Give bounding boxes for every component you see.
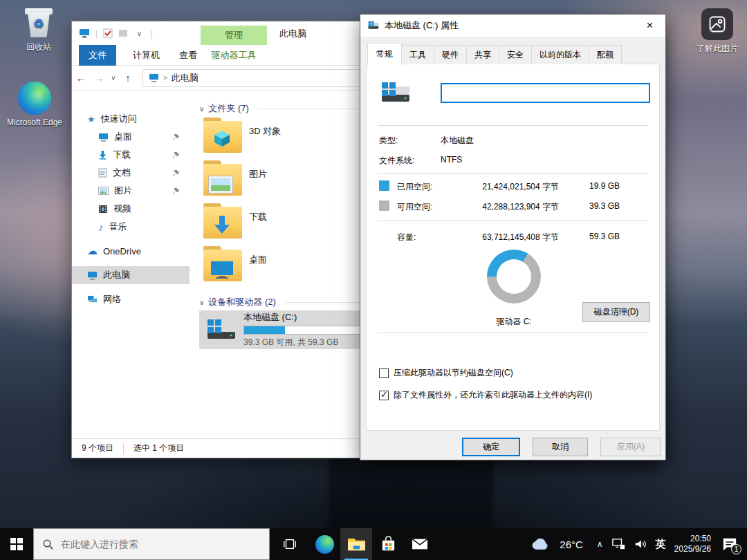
- start-button[interactable]: [0, 528, 33, 560]
- forward-button[interactable]: →: [90, 72, 108, 84]
- type-value: 本地磁盘: [441, 135, 474, 147]
- edge-label: Microsoft Edge: [0, 118, 69, 127]
- up-button[interactable]: ↑: [119, 72, 137, 84]
- sidebar-item-this-pc[interactable]: 此电脑: [72, 266, 190, 284]
- tab-drive-tools[interactable]: 驱动器工具: [201, 45, 267, 66]
- taskbar-store[interactable]: [372, 528, 404, 560]
- desktop-icon-spotlight[interactable]: 了解此图片: [690, 8, 744, 55]
- desktop-icon-recycle-bin[interactable]: ♻ 回收站: [10, 6, 68, 53]
- sidebar-item-pictures[interactable]: 图片: [72, 182, 190, 200]
- dialog-titlebar: 本地磁盘 (C:) 属性: [360, 15, 665, 37]
- drive-usage-text: 39.3 GB 可用, 共 59.3 GB: [243, 337, 372, 348]
- hidden-icons-chevron[interactable]: ∧: [597, 539, 603, 549]
- spotlight-label: 了解此图片: [690, 43, 744, 55]
- compress-checkbox-row[interactable]: 压缩此驱动器以节约磁盘空间(C): [379, 367, 513, 379]
- tab-security[interactable]: 安全: [499, 45, 532, 64]
- tab-tools[interactable]: 工具: [401, 45, 434, 64]
- filesystem-value: NTFS: [441, 155, 462, 165]
- taskbar-clock[interactable]: 20:50 2025/9/26: [674, 534, 711, 554]
- edge-icon: [18, 82, 51, 115]
- download-icon: [98, 150, 107, 160]
- ok-button[interactable]: 确定: [462, 438, 520, 456]
- pin-icon: [172, 187, 180, 195]
- this-pc-icon: [87, 271, 98, 280]
- disk-usage-donut: [487, 250, 541, 304]
- sidebar-item-videos[interactable]: 视频: [72, 200, 190, 218]
- disk-cleanup-button[interactable]: 磁盘清理(D): [582, 302, 650, 322]
- task-view-icon: [282, 537, 297, 551]
- status-separator: [123, 443, 124, 454]
- picture-icon: [701, 8, 733, 40]
- free-space-swatch: [379, 200, 389, 211]
- sidebar-item-network[interactable]: 网络: [72, 290, 190, 308]
- compress-checkbox[interactable]: [379, 368, 389, 378]
- navigation-pane: ★ 快速访问 桌面 下载 文档 图片: [72, 91, 190, 438]
- capacity-bytes: 63,712,145,408 字节: [448, 232, 559, 243]
- taskbar-edge[interactable]: [308, 528, 340, 560]
- volume-label-input[interactable]: [441, 83, 650, 103]
- pin-icon: [172, 151, 180, 159]
- back-button[interactable]: ←: [72, 72, 90, 84]
- tab-quota[interactable]: 配额: [589, 45, 622, 64]
- tab-file[interactable]: 文件: [79, 45, 116, 66]
- selected-count: 选中 1 个项目: [133, 442, 184, 454]
- cancel-button[interactable]: 取消: [533, 438, 588, 456]
- weather-temperature[interactable]: 26°C: [560, 539, 583, 550]
- network-icon[interactable]: [611, 538, 625, 550]
- close-button[interactable]: ×: [634, 15, 665, 36]
- taskbar-search[interactable]: [33, 528, 270, 560]
- used-space-gb: 19.9 GB: [564, 181, 620, 191]
- download-arrow-icon: [213, 215, 231, 236]
- general-tab-page: 类型: 本地磁盘 文件系统: NTFS 已用空间: 21,424,021,504…: [366, 64, 660, 431]
- explorer-window-title: 此电脑: [279, 28, 306, 40]
- desktop-icon-edge[interactable]: Microsoft Edge: [0, 82, 69, 127]
- tab-sharing[interactable]: 共享: [466, 45, 499, 64]
- folder-icon: [203, 250, 242, 281]
- task-view-button[interactable]: [274, 528, 306, 560]
- sidebar-item-quick-access[interactable]: ★ 快速访问: [72, 110, 190, 128]
- type-label: 类型:: [379, 135, 398, 147]
- index-checkbox-label: 除了文件属性外，还允许索引此驱动器上文件的内容(I): [394, 389, 592, 401]
- action-center-button[interactable]: 1: [719, 534, 740, 554]
- tab-hardware[interactable]: 硬件: [434, 45, 467, 64]
- sidebar-item-documents[interactable]: 文档: [72, 164, 190, 182]
- qat-separator-2: |: [150, 28, 152, 39]
- qat-dropdown-icon[interactable]: ∨: [133, 30, 145, 37]
- sidebar-item-downloads[interactable]: 下载: [72, 146, 190, 164]
- taskbar-mail[interactable]: [404, 528, 436, 560]
- apply-button: 应用(A): [600, 438, 661, 456]
- dialog-title: 本地磁盘 (C:) 属性: [385, 19, 459, 32]
- drive-caption: 驱动器 C:: [456, 316, 571, 328]
- volume-icon[interactable]: [634, 538, 647, 550]
- index-checkbox-row[interactable]: 除了文件属性外，还允许索引此驱动器上文件的内容(I): [379, 389, 592, 401]
- item-count: 9 个项目: [82, 442, 113, 454]
- new-folder-icon[interactable]: [118, 28, 128, 38]
- ime-indicator[interactable]: 英: [656, 538, 666, 551]
- tab-previous-versions[interactable]: 以前的版本: [531, 45, 589, 64]
- weather-cloud-icon: [531, 537, 551, 551]
- compress-checkbox-label: 压缩此驱动器以节约磁盘空间(C): [394, 367, 513, 379]
- drive-item-c[interactable]: 本地磁盘 (C:) 39.3 GB 可用, 共 59.3 GB: [199, 310, 378, 349]
- mail-icon: [411, 536, 429, 552]
- divider: [378, 333, 648, 333]
- search-input[interactable]: [61, 539, 241, 550]
- sidebar-item-desktop[interactable]: 桌面: [72, 128, 190, 146]
- folder-icon: [203, 121, 242, 153]
- breadcrumb-location[interactable]: 此电脑: [172, 72, 199, 84]
- sidebar-item-onedrive[interactable]: ☁ OneDrive: [72, 242, 190, 260]
- sidebar-item-music[interactable]: ♪ 音乐: [72, 218, 190, 236]
- tab-general[interactable]: 常规: [367, 43, 402, 65]
- tab-computer[interactable]: 计算机: [123, 45, 169, 66]
- drive-usage-bar: [243, 326, 367, 335]
- divider: [378, 221, 648, 221]
- address-this-pc-icon: [149, 73, 159, 82]
- index-checkbox[interactable]: [379, 391, 389, 400]
- network-icon: [87, 295, 98, 304]
- taskbar-file-explorer[interactable]: [340, 528, 372, 560]
- star-icon: ★: [87, 114, 95, 124]
- properties-check-icon[interactable]: [103, 28, 113, 38]
- capacity-gb: 59.3 GB: [564, 232, 620, 241]
- free-space-bytes: 42,288,123,904 字节: [448, 201, 559, 213]
- drive-icon: [205, 317, 237, 343]
- recent-locations-icon[interactable]: ∨: [108, 74, 119, 82]
